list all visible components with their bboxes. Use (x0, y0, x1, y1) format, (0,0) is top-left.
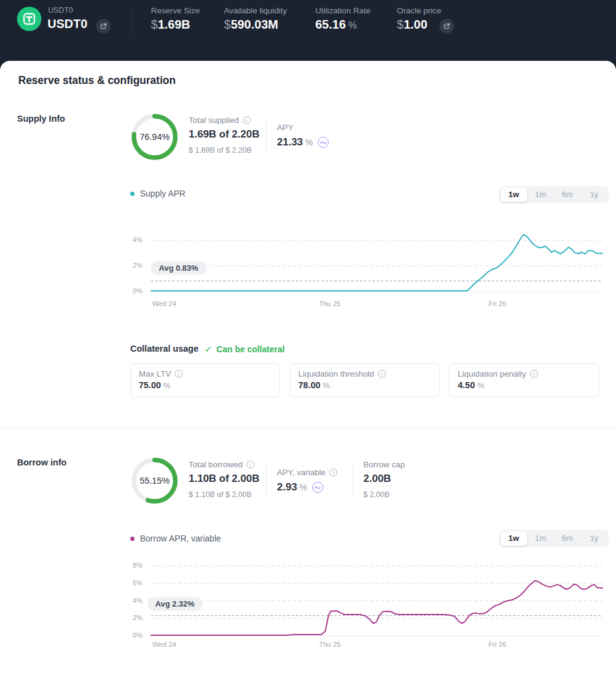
supply-line-plot[interactable] (151, 227, 603, 298)
info-icon[interactable]: i (378, 370, 386, 378)
y-axis-tick: 2% (119, 262, 142, 269)
liquidation-penalty-box: Liquidation penaltyi 4.50% (449, 363, 599, 397)
liquidation-threshold-box: Liquidation thresholdi 78.00% (290, 363, 439, 397)
vertical-divider (266, 464, 267, 499)
supply-range-6m[interactable]: 6m (554, 187, 581, 202)
x-axis-tick: Wed 24 (152, 300, 176, 307)
info-icon[interactable]: i (329, 468, 337, 476)
borrow-range-1m[interactable]: 1m (527, 531, 554, 546)
stat-label: Reserve Size (151, 6, 200, 15)
borrow-range-1y[interactable]: 1y (581, 531, 607, 546)
info-icon[interactable]: i (530, 370, 538, 378)
total-supplied-label: Total suppliedi (189, 116, 251, 125)
y-axis-tick: 6% (119, 579, 142, 587)
max-ltv-value: 75.00% (139, 380, 271, 390)
collateral-badge: ✓ Can be collateral (205, 344, 285, 355)
supply-time-range-selector: 1w 1m 6m 1y (499, 186, 609, 203)
borrow-cap-value: 2.00B (363, 473, 391, 485)
apy-trend-icon[interactable] (312, 482, 323, 493)
y-axis-tick: 4% (119, 597, 142, 604)
stat-value: $1.69B (151, 18, 191, 32)
vertical-divider (353, 464, 354, 499)
check-icon: ✓ (205, 344, 212, 355)
section-divider (0, 428, 616, 429)
supply-section-label: Supply Info (17, 114, 65, 124)
borrow-section-label: Borrow info (17, 458, 66, 467)
supply-apy-value: 21.33% (277, 136, 329, 148)
collateral-usage-label: Collateral usage (130, 344, 198, 353)
borrow-avg-pill: Avg 2.32% (147, 597, 203, 611)
y-axis-tick: 0% (119, 632, 142, 639)
total-supplied-usd: $ 1.69B of $ 2.20B (189, 146, 252, 155)
supply-avg-pill: Avg 0.83% (151, 261, 206, 275)
stat-value: 65.16% (315, 18, 357, 32)
borrow-apy-value: 2.93% (277, 481, 323, 493)
total-borrowed-usd: $ 1.10B of $ 2.00B (189, 490, 252, 499)
stat-label: Oracle price (397, 6, 441, 15)
apy-trend-icon[interactable] (318, 137, 329, 148)
liquidation-threshold-value: 78.00% (298, 380, 431, 390)
supply-gauge-value: 76.94% (130, 132, 179, 142)
total-borrowed-value: 1.10B of 2.00B (189, 473, 259, 485)
token-label: USDT0 (48, 6, 73, 15)
y-axis-tick: 0% (119, 287, 142, 294)
header-divider (132, 7, 133, 34)
legend-dot (130, 537, 135, 541)
max-ltv-box: Max LTVi 75.00% (130, 363, 280, 397)
total-borrowed-label: Total borrowedi (189, 460, 254, 469)
info-icon[interactable]: i (243, 116, 251, 124)
token-name: USDT0 (47, 17, 88, 31)
legend-dot (130, 192, 135, 196)
token-external-link-button[interactable] (96, 19, 111, 33)
page: USDT0 USDT0 Reserve Size $1.69B Availabl… (0, 0, 616, 679)
borrow-range-1w[interactable]: 1w (500, 531, 527, 546)
chart-series-line (151, 581, 603, 636)
stat-label: Available liquidity (224, 6, 287, 15)
borrow-line-plot[interactable] (151, 560, 603, 639)
borrow-range-6m[interactable]: 6m (554, 531, 581, 546)
oracle-external-link-button[interactable] (439, 19, 454, 33)
x-axis-tick: Wed 24 (152, 641, 176, 648)
usdt0-token-icon (17, 7, 41, 31)
y-axis-tick: 8% (119, 562, 142, 569)
borrow-apy-label: APY, variablei (277, 468, 337, 477)
borrow-gauge-value: 55.15% (130, 476, 179, 486)
y-axis-tick: 4% (119, 236, 142, 243)
supply-apr-chart[interactable]: Avg 0.83% 0%2%4%Wed 24Thu 25Fri 26 (0, 227, 616, 312)
y-axis-tick: 2% (119, 614, 142, 621)
info-icon[interactable]: i (247, 461, 254, 468)
x-axis-tick: Thu 25 (309, 641, 351, 648)
vertical-divider (266, 120, 267, 155)
total-supplied-value: 1.69B of 2.20B (189, 128, 259, 141)
borrow-apr-chart[interactable]: Avg 2.32% 0%2%4%6%8%Wed 24Thu 25Fri 26 (0, 560, 616, 651)
external-link-icon (443, 23, 450, 30)
borrow-cap-usd: $ 2.00B (363, 490, 390, 499)
supply-chart-legend: Supply APR (130, 189, 186, 198)
liquidation-penalty-value: 4.50% (458, 380, 590, 390)
external-link-icon (100, 23, 107, 30)
tether-logo-icon (17, 7, 41, 31)
stat-value: $1.00 (397, 18, 427, 32)
x-axis-tick: Fri 26 (476, 641, 519, 648)
stat-value: $590.03M (224, 18, 278, 32)
info-icon[interactable]: i (175, 370, 183, 378)
page-title: Reserve status & configuration (18, 74, 176, 87)
borrow-cap-label: Borrow cap (363, 460, 405, 469)
chart-series-line (151, 235, 603, 291)
stat-label: Utilization Rate (315, 6, 371, 15)
supply-range-1y[interactable]: 1y (581, 187, 607, 202)
supply-apy-label: APY (277, 123, 293, 132)
supply-range-1m[interactable]: 1m (527, 187, 554, 202)
supply-range-1w[interactable]: 1w (500, 187, 527, 202)
borrow-time-range-selector: 1w 1m 6m 1y (499, 530, 609, 547)
borrow-chart-legend: Borrow APR, variable (130, 534, 221, 543)
x-axis-tick: Fri 26 (476, 300, 519, 307)
x-axis-tick: Thu 25 (309, 300, 351, 307)
